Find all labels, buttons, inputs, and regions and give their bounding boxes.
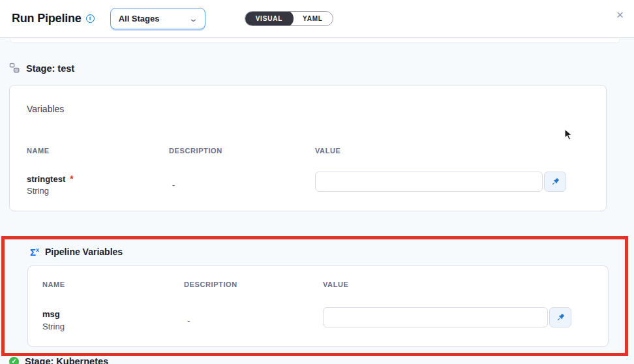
- column-header-description: DESCRIPTION: [169, 147, 222, 155]
- pv-column-header-value: VALUE: [323, 281, 348, 288]
- stage-kubernetes-label: Stage: Kubernetes: [25, 356, 108, 364]
- scrolled-card-edge: [10, 38, 620, 43]
- check-circle-icon: ✓: [9, 357, 19, 364]
- pin-icon: [556, 312, 566, 322]
- column-header-value: VALUE: [315, 147, 340, 155]
- page-title: Run Pipeline: [12, 12, 82, 25]
- close-icon[interactable]: ×: [616, 8, 624, 21]
- pipeline-variables-card: NAME DESCRIPTION VALUE msg String -: [27, 265, 609, 347]
- pv-variable-type: String: [42, 322, 65, 331]
- pv-value-group: [323, 307, 571, 327]
- variable-name: stringtest*: [27, 174, 74, 184]
- pipeline-variables-heading: Σx Pipeline Variables: [30, 247, 123, 257]
- info-icon[interactable]: i: [86, 14, 95, 23]
- variable-description: -: [172, 180, 175, 190]
- pv-variable-description: -: [187, 316, 190, 326]
- variable-value-group: [315, 172, 566, 192]
- variables-card-title: Variables: [27, 104, 64, 114]
- variables-card: Variables NAME DESCRIPTION VALUE stringt…: [9, 85, 607, 211]
- visual-yaml-toggle: VISUAL YAML: [245, 11, 333, 26]
- column-header-name: NAME: [27, 147, 50, 155]
- run-pipeline-body: Stage: test Variables NAME DESCRIPTION V…: [0, 38, 634, 364]
- run-pipeline-header: Run Pipeline i All Stages ⌄ VISUAL YAML …: [0, 0, 634, 38]
- sigma-variables-icon: Σx: [30, 247, 39, 257]
- pv-column-header-description: DESCRIPTION: [184, 281, 237, 288]
- stage-selector-value: All Stages: [119, 14, 160, 23]
- stage-icon: [9, 63, 20, 74]
- pv-input-type-selector-button[interactable]: [549, 307, 571, 327]
- stage-test-label: Stage: test: [26, 63, 74, 74]
- variable-value-input[interactable]: [315, 172, 543, 192]
- pv-column-header-name: NAME: [42, 281, 65, 288]
- input-type-selector-button[interactable]: [544, 172, 566, 192]
- stage-kubernetes-heading: ✓ Stage: Kubernetes: [9, 356, 108, 364]
- required-asterisk: *: [70, 174, 73, 184]
- pv-value-input[interactable]: [323, 307, 548, 327]
- pin-icon: [551, 177, 560, 187]
- pipeline-variables-title: Pipeline Variables: [45, 247, 123, 257]
- stage-test-heading: Stage: test: [9, 63, 74, 74]
- stage-selector-dropdown[interactable]: All Stages ⌄: [110, 8, 205, 29]
- pv-variable-name: msg: [42, 309, 60, 319]
- tab-visual[interactable]: VISUAL: [245, 11, 294, 26]
- chevron-down-icon: ⌄: [189, 14, 198, 23]
- variable-type: String: [27, 186, 49, 196]
- tab-yaml[interactable]: YAML: [293, 11, 333, 26]
